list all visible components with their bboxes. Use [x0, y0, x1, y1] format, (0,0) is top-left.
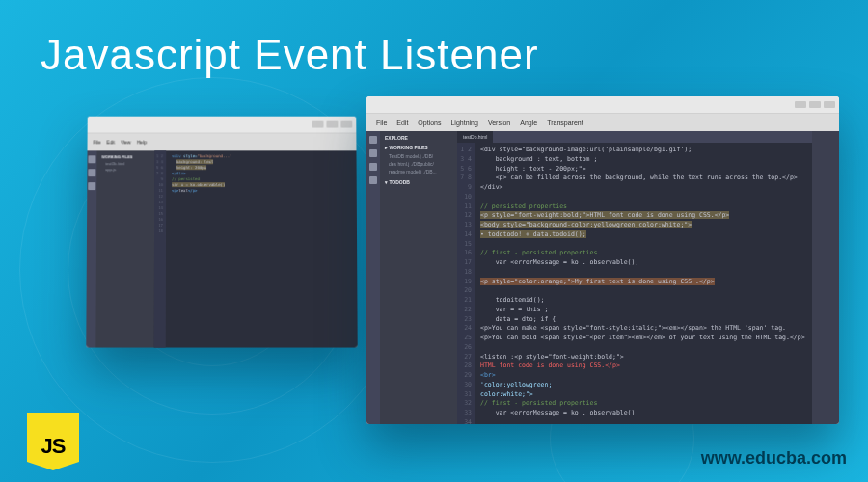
sidebar-header: WORKING FILES — [101, 154, 149, 159]
website-url: www.educba.com — [701, 448, 847, 469]
logo-text: JS — [41, 434, 66, 459]
debug-icon[interactable] — [369, 176, 377, 184]
sidebar-header[interactable]: ▸ WORKING FILES — [385, 145, 452, 150]
line-gutter: 1 2 3 4 5 6 7 8 9 10 11 12 13 14 15 16 1… — [457, 143, 475, 424]
menu-item[interactable]: Edit — [396, 120, 408, 126]
activity-bar — [366, 131, 380, 424]
search-icon[interactable] — [88, 169, 95, 176]
menu-item[interactable]: Help — [137, 139, 147, 145]
sidebar-item[interactable]: des html.j ./DBpublic/ — [385, 160, 452, 168]
minimap[interactable] — [812, 131, 839, 424]
code-editor-window-back: File Edit View Help WORKING FILES testDb… — [86, 117, 357, 348]
maximize-icon[interactable] — [809, 101, 821, 108]
minimize-icon[interactable] — [795, 101, 806, 108]
menu-item[interactable]: Angle — [520, 120, 537, 126]
code-content[interactable]: <div style="background-image:url('plains… — [475, 143, 811, 424]
titlebar — [88, 117, 357, 134]
close-icon[interactable] — [824, 101, 835, 108]
tab-bar: testDb.html — [457, 131, 812, 143]
menu-item[interactable]: Options — [418, 120, 441, 126]
search-icon[interactable] — [369, 149, 377, 157]
minimize-icon[interactable] — [312, 121, 324, 128]
files-icon[interactable] — [88, 155, 95, 163]
line-gutter: 1 2 3 4 5 6 7 8 9 10 11 12 13 14 15 16 1… — [154, 150, 167, 347]
code-editor-window-front: File Edit Options Lightning Version Angl… — [366, 96, 839, 424]
sidebar-item[interactable]: TestDB model.j ./DB/ — [385, 152, 452, 160]
sidebar-item[interactable]: readme model.j ./DB... — [385, 168, 452, 175]
menubar: File Edit Options Lightning Version Angl… — [366, 114, 839, 131]
sidebar: EXPLORE ▸ WORKING FILES TestDB model.j .… — [380, 131, 457, 424]
git-icon[interactable] — [369, 163, 377, 171]
menu-item[interactable]: File — [94, 139, 101, 145]
menu-item[interactable]: File — [376, 120, 387, 126]
maximize-icon[interactable] — [326, 121, 338, 128]
git-icon[interactable] — [88, 182, 95, 190]
sidebar-header[interactable]: ▾ TODODB — [385, 179, 452, 185]
files-icon[interactable] — [369, 136, 377, 144]
menu-item[interactable]: Version — [488, 120, 510, 126]
sidebar-item[interactable]: app.js — [101, 168, 149, 174]
close-icon[interactable] — [340, 121, 352, 128]
menu-item[interactable]: Lightning — [450, 120, 477, 126]
page-title: Javascript Event Listener — [41, 31, 539, 79]
titlebar — [366, 96, 839, 114]
menu-item[interactable]: Transparent — [547, 120, 583, 126]
sidebar-header: EXPLORE — [385, 135, 452, 141]
javascript-logo: JS — [27, 413, 79, 470]
menubar: File Edit View Help — [88, 134, 357, 151]
menu-item[interactable]: View — [121, 139, 131, 145]
sidebar: WORKING FILES testDb.html app.js — [95, 150, 154, 347]
editor-tab[interactable]: testDb.html — [457, 131, 493, 143]
code-content[interactable]: <div style="background..." background: t… — [166, 150, 238, 347]
menu-item[interactable]: Edit — [107, 139, 116, 145]
